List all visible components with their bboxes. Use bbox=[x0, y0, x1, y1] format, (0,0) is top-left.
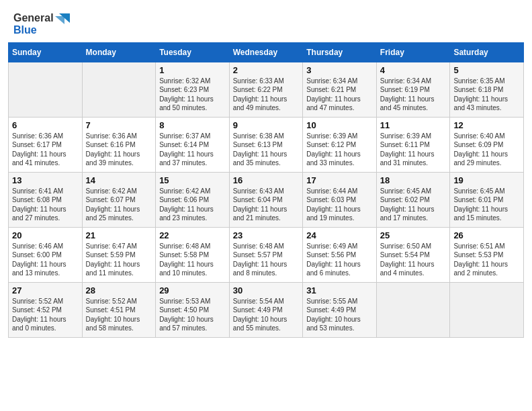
weekday-header-tuesday: Tuesday bbox=[156, 42, 230, 62]
cell-info: Sunrise: 5:53 AMSunset: 4:50 PMDaylight:… bbox=[159, 297, 226, 333]
day-number: 15 bbox=[159, 175, 226, 185]
calendar-cell: 24 Sunrise: 6:49 AMSunset: 5:56 PMDaylig… bbox=[303, 227, 377, 282]
calendar-cell: 10 Sunrise: 6:39 AMSunset: 6:12 PMDaylig… bbox=[303, 117, 377, 172]
calendar-cell bbox=[9, 62, 83, 117]
calendar-cell: 2 Sunrise: 6:33 AMSunset: 6:22 PMDayligh… bbox=[229, 62, 303, 117]
day-number: 23 bbox=[233, 230, 300, 240]
week-row-1: 1 Sunrise: 6:32 AMSunset: 6:23 PMDayligh… bbox=[9, 62, 524, 117]
calendar-cell: 16 Sunrise: 6:43 AMSunset: 6:04 PMDaylig… bbox=[229, 172, 303, 227]
day-number: 13 bbox=[12, 175, 79, 185]
day-number: 2 bbox=[233, 65, 300, 75]
cell-info: Sunrise: 6:33 AMSunset: 6:22 PMDaylight:… bbox=[233, 77, 300, 113]
day-number: 17 bbox=[306, 175, 373, 185]
calendar-cell: 7 Sunrise: 6:36 AMSunset: 6:16 PMDayligh… bbox=[82, 117, 156, 172]
calendar-cell: 19 Sunrise: 6:45 AMSunset: 6:01 PMDaylig… bbox=[450, 172, 524, 227]
day-number: 19 bbox=[453, 175, 520, 185]
day-number: 12 bbox=[453, 120, 520, 130]
cell-info: Sunrise: 6:37 AMSunset: 6:14 PMDaylight:… bbox=[159, 132, 226, 168]
day-number: 6 bbox=[12, 120, 79, 130]
cell-info: Sunrise: 6:49 AMSunset: 5:56 PMDaylight:… bbox=[306, 242, 373, 278]
day-number: 31 bbox=[306, 285, 373, 295]
logo-triangle-icon bbox=[55, 12, 70, 24]
day-number: 16 bbox=[233, 175, 300, 185]
cell-info: Sunrise: 6:39 AMSunset: 6:12 PMDaylight:… bbox=[306, 132, 373, 168]
day-number: 21 bbox=[86, 230, 152, 240]
cell-info: Sunrise: 6:32 AMSunset: 6:23 PMDaylight:… bbox=[159, 77, 226, 113]
cell-info: Sunrise: 5:54 AMSunset: 4:49 PMDaylight:… bbox=[233, 297, 300, 333]
cell-info: Sunrise: 6:39 AMSunset: 6:11 PMDaylight:… bbox=[380, 132, 447, 168]
page: General Blue SundayMondayTuesdayWednesda… bbox=[0, 0, 532, 411]
day-number: 5 bbox=[453, 65, 520, 75]
day-number: 4 bbox=[380, 65, 447, 75]
cell-info: Sunrise: 5:52 AMSunset: 4:52 PMDaylight:… bbox=[12, 297, 79, 333]
calendar-cell: 27 Sunrise: 5:52 AMSunset: 4:52 PMDaylig… bbox=[9, 282, 83, 337]
cell-info: Sunrise: 6:36 AMSunset: 6:16 PMDaylight:… bbox=[86, 132, 152, 168]
calendar-cell: 13 Sunrise: 6:41 AMSunset: 6:08 PMDaylig… bbox=[9, 172, 83, 227]
calendar-cell: 18 Sunrise: 6:45 AMSunset: 6:02 PMDaylig… bbox=[376, 172, 450, 227]
calendar-cell: 25 Sunrise: 6:50 AMSunset: 5:54 PMDaylig… bbox=[376, 227, 450, 282]
weekday-header-friday: Friday bbox=[376, 42, 450, 62]
day-number: 18 bbox=[380, 175, 447, 185]
weekday-header-thursday: Thursday bbox=[303, 42, 377, 62]
day-number: 24 bbox=[306, 230, 373, 240]
calendar-cell: 6 Sunrise: 6:36 AMSunset: 6:17 PMDayligh… bbox=[9, 117, 83, 172]
day-number: 14 bbox=[86, 175, 152, 185]
cell-info: Sunrise: 6:51 AMSunset: 5:53 PMDaylight:… bbox=[453, 242, 520, 278]
calendar-cell: 30 Sunrise: 5:54 AMSunset: 4:49 PMDaylig… bbox=[229, 282, 303, 337]
calendar-cell: 29 Sunrise: 5:53 AMSunset: 4:50 PMDaylig… bbox=[156, 282, 230, 337]
calendar-cell: 31 Sunrise: 5:55 AMSunset: 4:49 PMDaylig… bbox=[303, 282, 377, 337]
cell-info: Sunrise: 6:42 AMSunset: 6:07 PMDaylight:… bbox=[86, 187, 152, 223]
logo: General Blue bbox=[13, 12, 70, 37]
cell-info: Sunrise: 5:52 AMSunset: 4:51 PMDaylight:… bbox=[86, 297, 152, 333]
calendar-wrapper: SundayMondayTuesdayWednesdayThursdayFrid… bbox=[0, 42, 532, 346]
logo-blue: Blue bbox=[13, 24, 37, 36]
cell-info: Sunrise: 6:41 AMSunset: 6:08 PMDaylight:… bbox=[12, 187, 79, 223]
cell-info: Sunrise: 5:55 AMSunset: 4:49 PMDaylight:… bbox=[306, 297, 373, 333]
day-number: 20 bbox=[12, 230, 79, 240]
calendar-cell: 23 Sunrise: 6:48 AMSunset: 5:57 PMDaylig… bbox=[229, 227, 303, 282]
calendar-cell: 17 Sunrise: 6:44 AMSunset: 6:03 PMDaylig… bbox=[303, 172, 377, 227]
logo-general: General bbox=[13, 12, 54, 24]
calendar-cell: 4 Sunrise: 6:34 AMSunset: 6:19 PMDayligh… bbox=[376, 62, 450, 117]
calendar-cell: 3 Sunrise: 6:34 AMSunset: 6:21 PMDayligh… bbox=[303, 62, 377, 117]
cell-info: Sunrise: 6:48 AMSunset: 5:58 PMDaylight:… bbox=[159, 242, 226, 278]
day-number: 10 bbox=[306, 120, 373, 130]
day-number: 22 bbox=[159, 230, 226, 240]
cell-info: Sunrise: 6:50 AMSunset: 5:54 PMDaylight:… bbox=[380, 242, 447, 278]
cell-info: Sunrise: 6:45 AMSunset: 6:02 PMDaylight:… bbox=[380, 187, 447, 223]
day-number: 29 bbox=[159, 285, 226, 295]
day-number: 3 bbox=[306, 65, 373, 75]
calendar-table: SundayMondayTuesdayWednesdayThursdayFrid… bbox=[8, 42, 524, 338]
calendar-cell: 8 Sunrise: 6:37 AMSunset: 6:14 PMDayligh… bbox=[156, 117, 230, 172]
weekday-header-row: SundayMondayTuesdayWednesdayThursdayFrid… bbox=[9, 42, 524, 62]
week-row-5: 27 Sunrise: 5:52 AMSunset: 4:52 PMDaylig… bbox=[9, 282, 524, 337]
weekday-header-sunday: Sunday bbox=[9, 42, 83, 62]
header: General Blue bbox=[0, 0, 532, 42]
cell-info: Sunrise: 6:42 AMSunset: 6:06 PMDaylight:… bbox=[159, 187, 226, 223]
calendar-cell: 14 Sunrise: 6:42 AMSunset: 6:07 PMDaylig… bbox=[82, 172, 156, 227]
cell-info: Sunrise: 6:43 AMSunset: 6:04 PMDaylight:… bbox=[233, 187, 300, 223]
cell-info: Sunrise: 6:35 AMSunset: 6:18 PMDaylight:… bbox=[453, 77, 520, 113]
calendar-cell bbox=[376, 282, 450, 337]
day-number: 30 bbox=[233, 285, 300, 295]
logo-wordmark: General Blue bbox=[13, 12, 70, 37]
cell-info: Sunrise: 6:46 AMSunset: 6:00 PMDaylight:… bbox=[12, 242, 79, 278]
weekday-header-saturday: Saturday bbox=[450, 42, 524, 62]
calendar-cell: 15 Sunrise: 6:42 AMSunset: 6:06 PMDaylig… bbox=[156, 172, 230, 227]
calendar-cell: 1 Sunrise: 6:32 AMSunset: 6:23 PMDayligh… bbox=[156, 62, 230, 117]
cell-info: Sunrise: 6:47 AMSunset: 5:59 PMDaylight:… bbox=[86, 242, 152, 278]
calendar-cell: 20 Sunrise: 6:46 AMSunset: 6:00 PMDaylig… bbox=[9, 227, 83, 282]
calendar-cell: 21 Sunrise: 6:47 AMSunset: 5:59 PMDaylig… bbox=[82, 227, 156, 282]
cell-info: Sunrise: 6:38 AMSunset: 6:13 PMDaylight:… bbox=[233, 132, 300, 168]
day-number: 8 bbox=[159, 120, 226, 130]
day-number: 11 bbox=[380, 120, 447, 130]
cell-info: Sunrise: 6:45 AMSunset: 6:01 PMDaylight:… bbox=[453, 187, 520, 223]
calendar-cell: 5 Sunrise: 6:35 AMSunset: 6:18 PMDayligh… bbox=[450, 62, 524, 117]
day-number: 1 bbox=[159, 65, 226, 75]
cell-info: Sunrise: 6:44 AMSunset: 6:03 PMDaylight:… bbox=[306, 187, 373, 223]
week-row-2: 6 Sunrise: 6:36 AMSunset: 6:17 PMDayligh… bbox=[9, 117, 524, 172]
calendar-cell: 11 Sunrise: 6:39 AMSunset: 6:11 PMDaylig… bbox=[376, 117, 450, 172]
day-number: 9 bbox=[233, 120, 300, 130]
cell-info: Sunrise: 6:34 AMSunset: 6:21 PMDaylight:… bbox=[306, 77, 373, 113]
weekday-header-monday: Monday bbox=[82, 42, 156, 62]
